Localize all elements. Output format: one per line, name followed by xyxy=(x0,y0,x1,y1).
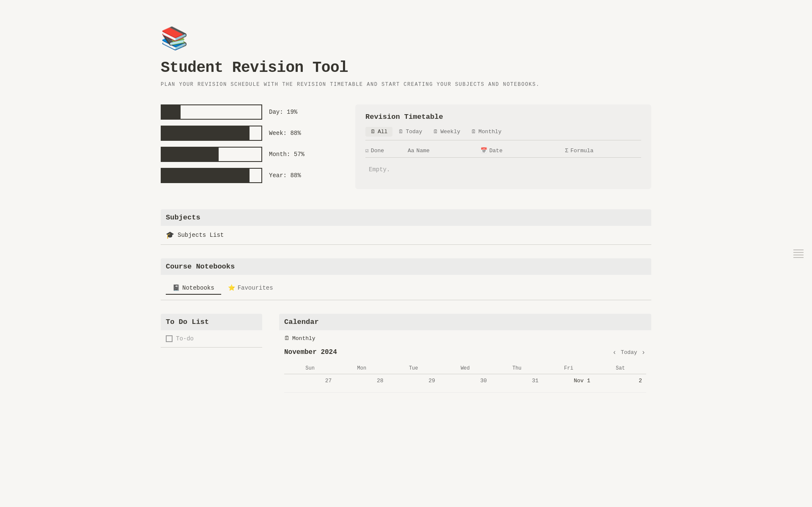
subjects-list-label: Subjects List xyxy=(178,232,224,238)
calendar-nav: ‹ Today › xyxy=(612,348,646,357)
todo-item: To-do xyxy=(166,335,257,342)
tab-weekly-label: Weekly xyxy=(440,129,460,135)
tab-all-icon: 🗓 xyxy=(370,129,376,135)
progress-bar-day xyxy=(161,104,262,120)
todo-header: To Do List xyxy=(161,314,262,330)
todo-section: To Do List To-do xyxy=(161,314,262,398)
progress-label-week: Week: 88% xyxy=(269,130,301,137)
col-header-done: ☑ Done xyxy=(365,147,408,154)
tab-monthly-label: Monthly xyxy=(478,129,502,135)
scroll-line-2 xyxy=(793,252,804,253)
progress-label-day: Day: 19% xyxy=(269,109,297,115)
calendar-section: Calendar 🗓 Monthly November 2024 ‹ Today… xyxy=(279,314,651,398)
calendar-view-row: 🗓 Monthly xyxy=(284,335,646,342)
progress-bar-year xyxy=(161,168,262,183)
favourites-tab-label: Favourites xyxy=(238,285,273,291)
calendar-view-label: Monthly xyxy=(292,335,315,342)
done-icon: ☑ xyxy=(365,147,369,154)
formula-icon: Σ xyxy=(565,148,568,154)
bottom-section: To Do List To-do Calendar 🗓 Monthly Nove… xyxy=(161,314,651,398)
notebooks-content: 📓 Notebooks ⭐ Favourites xyxy=(161,275,651,300)
tab-monthly-icon: 🗓 xyxy=(471,129,476,135)
calendar-view-icon: 🗓 xyxy=(284,335,290,342)
timetable-section: Revision Timetable 🗓 All 🗓 Today 🗓 Weekl… xyxy=(355,104,651,189)
cal-header-fri: Fri xyxy=(543,363,594,374)
calendar-grid: Sun Mon Tue Wed Thu Fri Sat 27 28 xyxy=(284,363,646,393)
tab-today-label: Today xyxy=(406,129,422,135)
page-icon: 📚 xyxy=(161,25,651,52)
scroll-line-3 xyxy=(793,255,804,255)
tab-all[interactable]: 🗓 All xyxy=(365,127,392,137)
progress-item-month: Month: 57% xyxy=(161,147,338,162)
scroll-line-4 xyxy=(793,257,804,258)
progress-section: Day: 19% Week: 88% Month: 57% Year: 88% xyxy=(161,104,338,189)
progress-fill-week xyxy=(162,126,250,140)
tab-today[interactable]: 🗓 Today xyxy=(393,127,427,137)
notebooks-header: Course Notebooks xyxy=(161,258,651,275)
notebooks-tab-label: Notebooks xyxy=(182,285,214,291)
timetable-title: Revision Timetable xyxy=(365,113,641,121)
cal-cell-28: 28 xyxy=(336,374,387,393)
cal-cell-29: 29 xyxy=(388,374,439,393)
subjects-section: Subjects 🎓 Subjects List xyxy=(161,209,651,245)
subjects-content: 🎓 Subjects List xyxy=(161,226,651,245)
cal-header-mon: Mon xyxy=(336,363,387,374)
timetable-column-headers: ☑ Done Aa Name 📅 Date Σ Formula xyxy=(365,147,641,158)
cal-header-tue: Tue xyxy=(388,363,439,374)
col-header-formula: Σ Formula xyxy=(565,147,641,154)
progress-fill-day xyxy=(162,105,181,119)
calendar-today-label[interactable]: Today xyxy=(621,349,637,356)
tab-weekly[interactable]: 🗓 Weekly xyxy=(428,127,465,137)
progress-item-year: Year: 88% xyxy=(161,168,338,183)
progress-item-day: Day: 19% xyxy=(161,104,338,120)
cal-cell-2: 2 xyxy=(595,374,646,393)
subjects-list-item[interactable]: 🎓 Subjects List xyxy=(166,231,646,239)
todo-item-label: To-do xyxy=(176,335,194,342)
name-icon: Aa xyxy=(408,148,414,154)
cal-cell-31: 31 xyxy=(491,374,543,393)
tab-weekly-icon: 🗓 xyxy=(433,129,438,135)
notebooks-section: Course Notebooks 📓 Notebooks ⭐ Favourite… xyxy=(161,258,651,300)
progress-fill-month xyxy=(162,148,219,161)
subjects-icon: 🎓 xyxy=(166,231,174,239)
tab-today-icon: 🗓 xyxy=(398,129,403,135)
calendar-next-btn[interactable]: › xyxy=(641,348,646,357)
top-section: Day: 19% Week: 88% Month: 57% Year: 88% xyxy=(161,104,651,189)
tab-notebooks[interactable]: 📓 Notebooks xyxy=(166,282,221,295)
calendar-month-header: November 2024 ‹ Today › xyxy=(284,348,646,357)
tab-monthly[interactable]: 🗓 Monthly xyxy=(466,127,507,137)
favourites-tab-icon: ⭐ xyxy=(228,284,235,291)
timetable-empty: Empty. xyxy=(365,161,641,173)
progress-fill-year xyxy=(162,169,250,182)
progress-bar-week xyxy=(161,126,262,141)
progress-bar-month xyxy=(161,147,262,162)
notebooks-tabs: 📓 Notebooks ⭐ Favourites xyxy=(166,282,646,295)
calendar-prev-btn[interactable]: ‹ xyxy=(612,348,617,357)
tab-all-label: All xyxy=(378,129,387,135)
calendar-content: 🗓 Monthly November 2024 ‹ Today › Sun xyxy=(279,330,651,398)
cal-cell-30: 30 xyxy=(439,374,491,393)
cal-header-sat: Sat xyxy=(595,363,646,374)
page-subtitle: PLAN YOUR REVISION SCHEDULE WITH THE REV… xyxy=(161,82,651,88)
page-container: 📚 Student Revision Tool PLAN YOUR REVISI… xyxy=(127,0,685,415)
todo-checkbox[interactable] xyxy=(166,335,173,342)
cal-header-sun: Sun xyxy=(284,363,336,374)
calendar-row-0: 27 28 29 30 31 Nov 1 2 xyxy=(284,374,646,393)
todo-content: To-do xyxy=(161,330,262,348)
cal-header-thu: Thu xyxy=(491,363,543,374)
calendar-header: Calendar xyxy=(279,314,651,330)
timetable-tabs: 🗓 All 🗓 Today 🗓 Weekly 🗓 Monthly xyxy=(365,127,641,140)
calendar-month-title: November 2024 xyxy=(284,348,337,356)
progress-label-year: Year: 88% xyxy=(269,172,301,179)
col-header-date: 📅 Date xyxy=(480,147,565,154)
scroll-line-1 xyxy=(793,249,804,250)
tab-favourites[interactable]: ⭐ Favourites xyxy=(221,282,280,295)
progress-label-month: Month: 57% xyxy=(269,151,304,158)
cal-cell-nov1: Nov 1 xyxy=(543,374,594,393)
scroll-indicators xyxy=(793,249,804,258)
cal-cell-27: 27 xyxy=(284,374,336,393)
progress-item-week: Week: 88% xyxy=(161,126,338,141)
cal-header-wed: Wed xyxy=(439,363,491,374)
subjects-header: Subjects xyxy=(161,209,651,226)
col-header-name: Aa Name xyxy=(408,147,480,154)
